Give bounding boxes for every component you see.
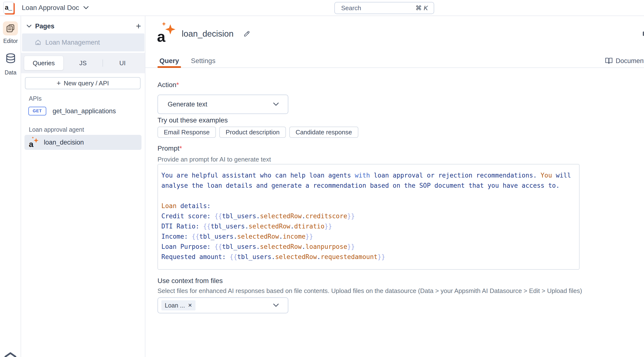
prompt-line: Credit score: {{tbl_users.selectedRow.cr… — [161, 211, 576, 221]
http-method-badge: GET — [28, 107, 46, 115]
book-icon — [605, 57, 613, 65]
prompt-line — [161, 191, 576, 201]
top-bar: a_ Loan Approval Doc Search ⌘K — [0, 0, 644, 16]
selected-file-chip: Loan ... ✕ — [161, 300, 196, 310]
home-icon — [35, 39, 42, 46]
app-title-menu[interactable]: Loan Approval Doc — [22, 0, 89, 16]
query-title-block: a loan_decision — [157, 23, 250, 45]
examples-row: Email Response Product description Candi… — [158, 127, 358, 138]
plus-icon: + — [57, 79, 61, 87]
rail-data-label: Data — [0, 69, 21, 76]
prompt-line: Income: {{tbl_users.selectedRow.income}} — [161, 231, 576, 242]
left-rail: Editor Data — [0, 16, 21, 357]
api-name: get_loan_applications — [52, 107, 116, 115]
required-asterisk: * — [179, 145, 182, 152]
agent-section-header: Loan approval agent — [29, 126, 84, 133]
prompt-line: DTI Ratio: {{tbl_users.selectedRow.dtira… — [161, 221, 576, 231]
action-select[interactable]: Generate text — [158, 95, 288, 114]
context-helper-text: Select files for enhanced AI responses b… — [158, 287, 582, 295]
new-query-button[interactable]: + New query / API — [25, 77, 140, 89]
prompt-line: Loan Purpose: {{tbl_users.selectedRow.lo… — [161, 242, 576, 252]
app-title: Loan Approval Doc — [22, 4, 79, 12]
prompt-line: Loan details: — [161, 201, 576, 211]
sidebar-item-get-loan-applications[interactable]: GET get_loan_applications — [25, 104, 140, 118]
example-button-email-response[interactable]: Email Response — [158, 127, 216, 138]
search-input[interactable]: Search ⌘K — [334, 2, 434, 14]
page-name: Loan Management — [45, 39, 100, 46]
apis-section-header: APIs — [29, 95, 42, 102]
sidebar-item-loan-decision[interactable]: a loan_decision — [24, 135, 142, 150]
sidebar-item-loan-management[interactable]: Loan Management — [22, 34, 144, 52]
query-name: loan_decision — [44, 139, 84, 146]
pages-stack-icon — [6, 24, 15, 33]
documentation-label: Documentation — [616, 57, 644, 65]
prompt-code-editor[interactable]: You are helpful assistant who can help l… — [158, 164, 580, 270]
documentation-link[interactable]: Documentation — [605, 54, 644, 68]
prompt-line: Requested amount: {{tbl_users.selectedRo… — [161, 252, 576, 262]
action-field-label: Action* — [158, 81, 179, 89]
required-asterisk: * — [176, 81, 179, 89]
action-selected-value: Generate text — [168, 101, 208, 108]
examples-heading: Try out these examples — [158, 116, 228, 124]
example-button-candidate-response[interactable]: Candidate response — [289, 127, 358, 138]
chip-close-icon[interactable]: ✕ — [188, 302, 192, 308]
file-chip-label: Loan ... — [165, 302, 185, 309]
sidebar-panel: Pages + Loan Management Queries JS UI + … — [21, 16, 145, 357]
tab-ui[interactable]: UI — [103, 56, 142, 70]
search-shortcut: ⌘K — [416, 4, 428, 12]
pages-title: Pages — [35, 23, 54, 30]
example-button-product-description[interactable]: Product description — [219, 127, 286, 138]
page-title: loan_decision — [182, 29, 234, 39]
database-icon — [5, 53, 16, 65]
context-heading: Use context from files — [158, 277, 223, 285]
add-page-button[interactable]: + — [136, 21, 141, 32]
chevron-down-icon[interactable] — [26, 24, 32, 28]
tab-settings[interactable]: Settings — [191, 54, 216, 68]
query-tabs-row: Query Settings Documentation — [145, 52, 644, 68]
tab-queries[interactable]: Queries — [24, 56, 64, 70]
sidebar-tabs: Queries JS UI — [21, 53, 145, 73]
context-files-multiselect[interactable]: Loan ... ✕ — [158, 297, 288, 313]
pages-header: Pages + — [21, 21, 145, 32]
search-placeholder: Search — [341, 4, 361, 12]
settings-hexagon-icon[interactable] — [2, 352, 19, 357]
tab-query[interactable]: Query — [160, 54, 179, 68]
tab-js[interactable]: JS — [64, 56, 102, 70]
rail-item-editor[interactable] — [3, 21, 18, 36]
prompt-field-label: Prompt* — [158, 145, 182, 152]
rail-editor-label: Editor — [0, 38, 21, 44]
chevron-down-icon — [83, 6, 89, 10]
prompt-line: analyse the loan details and generate a … — [161, 180, 576, 191]
appsmith-logo[interactable]: a_ — [4, 2, 14, 13]
clipped-menu-icon[interactable] — [643, 32, 644, 36]
appsmith-ai-icon: a — [157, 23, 176, 45]
appsmith-ai-icon: a — [28, 137, 39, 148]
edit-pencil-icon[interactable] — [243, 30, 250, 37]
main-panel: a loan_decision Query Settings Documenta… — [145, 16, 644, 357]
command-icon: ⌘ — [416, 4, 422, 12]
rail-item-data[interactable] — [0, 53, 21, 65]
chevron-down-icon — [273, 303, 279, 307]
prompt-helper-text: Provide an prompt for AI to generate tex… — [158, 156, 271, 163]
prompt-line: You are helpful assistant who can help l… — [161, 170, 576, 180]
chevron-down-icon — [273, 102, 279, 107]
appsmith-logo-text: a_ — [5, 4, 12, 12]
